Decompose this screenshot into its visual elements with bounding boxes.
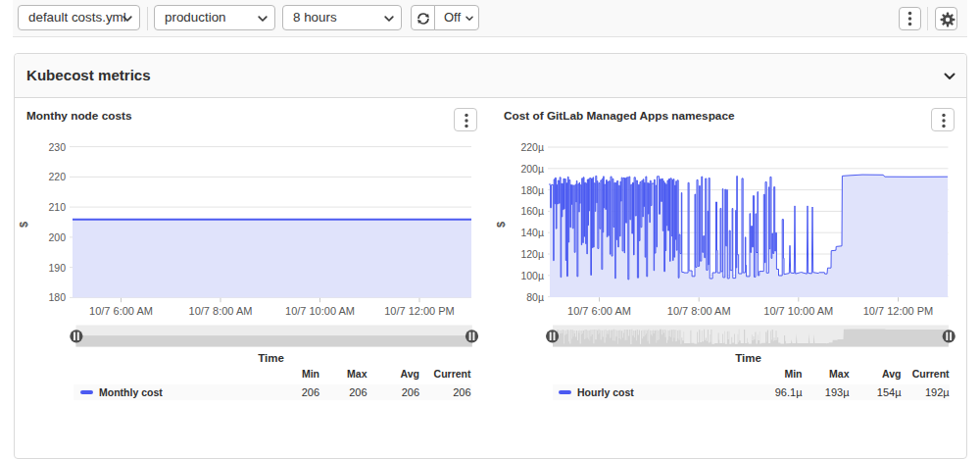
svg-text:Min: Min — [302, 368, 319, 380]
svg-text:Max: Max — [347, 368, 368, 380]
svg-text:180: 180 — [48, 291, 66, 303]
svg-text:100µ: 100µ — [520, 270, 544, 281]
svg-text:Avg: Avg — [882, 368, 901, 380]
svg-text:Time: Time — [258, 352, 284, 364]
svg-text:Max: Max — [829, 368, 850, 380]
svg-text:Time: Time — [735, 352, 761, 364]
svg-text:Current: Current — [912, 368, 950, 380]
svg-text:Min: Min — [784, 368, 802, 380]
svg-text:10/7 12:00 PM: 10/7 12:00 PM — [384, 305, 455, 317]
svg-text:190: 190 — [48, 262, 66, 274]
svg-text:$: $ — [495, 222, 507, 228]
svg-text:140µ: 140µ — [520, 227, 544, 238]
svg-text:10/7 8:00 AM: 10/7 8:00 AM — [189, 305, 253, 317]
svg-text:200µ: 200µ — [520, 163, 544, 175]
svg-text:160µ: 160µ — [520, 205, 544, 217]
svg-text:210: 210 — [48, 201, 66, 213]
svg-text:220: 220 — [48, 171, 66, 182]
svg-text:Current: Current — [434, 368, 471, 380]
svg-text:10/7 10:00 AM: 10/7 10:00 AM — [285, 305, 355, 317]
svg-text:10/7 6:00 AM: 10/7 6:00 AM — [89, 305, 153, 317]
svg-text:230: 230 — [48, 141, 66, 153]
svg-text:$: $ — [18, 222, 29, 228]
svg-text:220µ: 220µ — [520, 141, 544, 153]
svg-text:10/7 12:00 PM: 10/7 12:00 PM — [863, 305, 934, 317]
svg-text:120µ: 120µ — [520, 248, 544, 260]
svg-text:180µ: 180µ — [520, 184, 544, 196]
svg-text:10/7 8:00 AM: 10/7 8:00 AM — [667, 305, 731, 317]
svg-text:10/7 6:00 AM: 10/7 6:00 AM — [567, 305, 631, 317]
svg-text:200: 200 — [48, 231, 66, 243]
svg-text:10/7 10:00 AM: 10/7 10:00 AM — [763, 305, 833, 317]
svg-text:Avg: Avg — [401, 368, 419, 380]
svg-text:80µ: 80µ — [526, 291, 544, 303]
